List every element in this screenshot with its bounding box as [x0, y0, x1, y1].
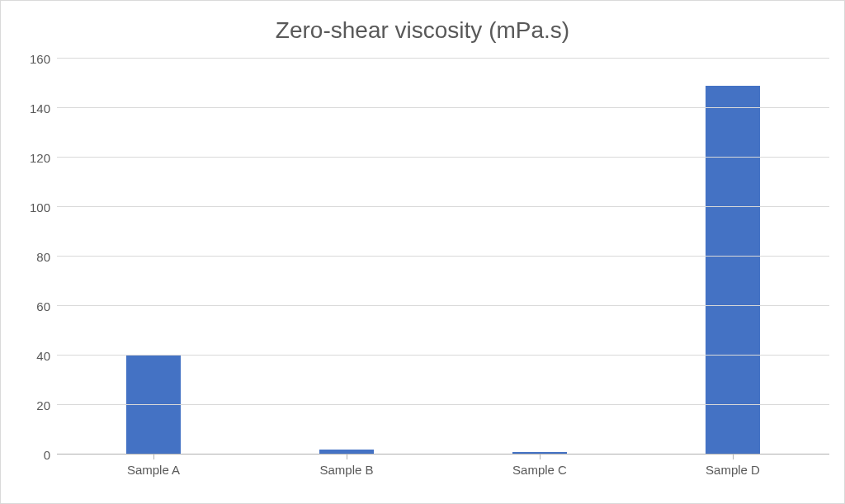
y-tick-label: 0	[44, 448, 50, 462]
x-tick-slot: Sample B	[250, 459, 443, 483]
bar-slot	[250, 59, 443, 455]
grid-area	[57, 59, 829, 455]
y-tick-label: 120	[30, 151, 50, 165]
y-tick-label: 60	[36, 299, 50, 313]
bar	[706, 86, 760, 455]
y-tick-label: 100	[30, 200, 50, 214]
x-axis: Sample ASample BSample CSample D	[57, 459, 829, 483]
gridline	[57, 58, 829, 59]
y-tick-label: 80	[36, 250, 50, 264]
x-tick-label: Sample D	[636, 459, 829, 477]
bar-slot	[636, 59, 829, 455]
y-tick-label: 140	[30, 101, 50, 115]
baseline	[57, 454, 829, 455]
gridline	[57, 206, 829, 207]
y-tick-label: 40	[36, 349, 50, 363]
x-tick-label: Sample C	[443, 459, 636, 477]
y-axis: 020406080100120140160	[16, 59, 57, 455]
x-tick-label: Sample B	[250, 459, 443, 477]
x-tick-slot: Sample A	[57, 459, 250, 483]
x-tick-mark	[153, 455, 154, 459]
bar-slot	[443, 59, 636, 455]
x-tick-slot: Sample D	[636, 459, 829, 483]
bars-row	[57, 59, 829, 455]
x-tick-mark	[540, 455, 541, 459]
bar	[126, 356, 181, 455]
y-tick-label: 20	[36, 398, 50, 412]
gridline	[57, 107, 829, 108]
plot-area: 020406080100120140160	[16, 59, 829, 455]
gridline	[57, 404, 829, 405]
y-tick-label: 160	[30, 52, 50, 66]
bar-slot	[57, 59, 250, 455]
x-tick-label: Sample A	[57, 459, 250, 477]
gridline	[57, 305, 829, 306]
x-tick-mark	[347, 455, 347, 459]
gridline	[57, 355, 829, 356]
gridline	[57, 157, 829, 158]
chart-title: Zero-shear viscosity (mPa.s)	[16, 17, 829, 44]
x-tick-slot: Sample C	[443, 459, 636, 483]
chart-container: Zero-shear viscosity (mPa.s) 02040608010…	[0, 0, 845, 504]
gridline	[57, 256, 829, 257]
x-tick-mark	[733, 455, 734, 459]
